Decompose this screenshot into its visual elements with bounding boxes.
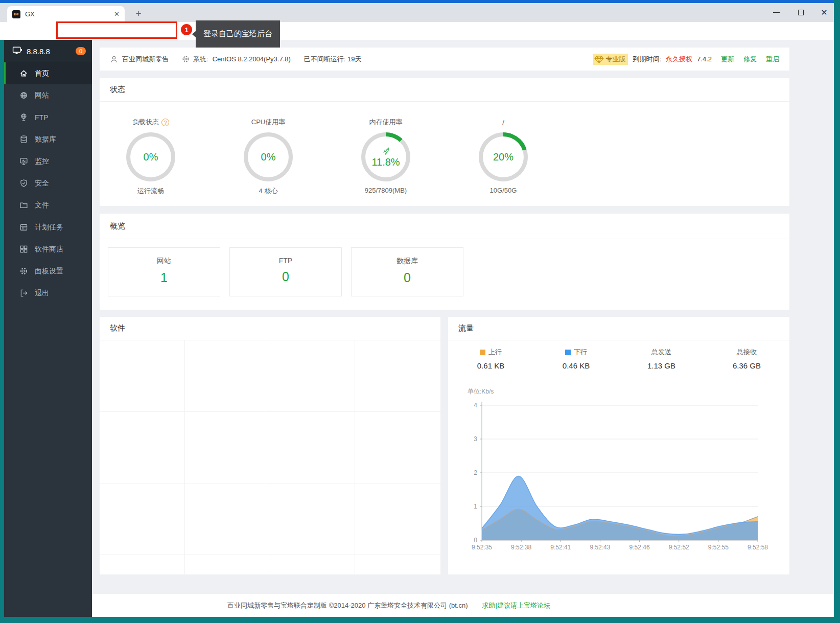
system-value: CentOS 8.2.2004(Py3.7.8) — [213, 55, 291, 63]
user-name[interactable]: 百业同城新零售 — [122, 55, 169, 64]
sidebar-item-home[interactable]: 首页 — [4, 62, 92, 84]
grid-icon — [19, 245, 28, 253]
traffic-stat-label: 总发送 — [651, 348, 671, 357]
tab-favicon: BT — [12, 10, 20, 18]
window-close-button[interactable]: ✕ — [813, 3, 835, 22]
gear-icon — [19, 267, 28, 275]
traffic-stat-label: 上行 — [488, 348, 502, 357]
new-tab-button[interactable]: + — [132, 7, 145, 20]
overview-card-label: 数据库 — [352, 257, 463, 266]
status-gauge: / ? 20% 10G/50G — [452, 117, 554, 196]
traffic-stat-value: 0.46 KB — [533, 361, 619, 370]
overview-card[interactable]: FTP 0 — [229, 247, 342, 296]
help-icon[interactable]: ? — [161, 119, 169, 126]
repair-link[interactable]: 修复 — [743, 55, 757, 64]
sidebar-item-site[interactable]: 网站 — [4, 84, 92, 106]
panel-version: 7.4.2 — [697, 55, 712, 63]
svg-text:9:52:41: 9:52:41 — [550, 544, 571, 551]
svg-text:9:52:43: 9:52:43 — [590, 544, 610, 551]
status-gauge: 内存使用率 ? 11.8% 925/7809(MB) — [335, 117, 437, 196]
sidebar-item-files[interactable]: 文件 — [4, 194, 92, 216]
gauge-value: 20% — [493, 151, 514, 163]
svg-text:3: 3 — [474, 435, 477, 443]
globe-icon — [19, 91, 28, 100]
traffic-panel: 流量 上行 0.61 KB 下行 0.46 KB 总发送 1.13 GB 总接收… — [448, 317, 789, 574]
software-grid — [100, 340, 440, 574]
svg-text:9:52:52: 9:52:52 — [669, 544, 689, 551]
svg-text:9:52:55: 9:52:55 — [708, 544, 729, 551]
software-grid-cell — [355, 412, 440, 483]
overview-card[interactable]: 网站 1 — [108, 247, 220, 296]
sidebar-item-label: 首页 — [35, 69, 49, 78]
edition-badge[interactable]: 专业版 — [593, 54, 628, 65]
overview-panel-title: 概览 — [100, 214, 789, 239]
user-icon — [110, 55, 118, 63]
traffic-stat: 总接收 6.36 GB — [704, 348, 789, 370]
traffic-stat: 下行 0.46 KB — [533, 348, 619, 370]
svg-text:0: 0 — [474, 537, 477, 544]
monitor-icon — [19, 157, 28, 166]
sidebar-item-crontab[interactable]: 计划任务 — [4, 216, 92, 238]
traffic-chart: 012349:52:359:52:389:52:419:52:439:52:46… — [462, 396, 769, 560]
gauge-subtitle: 10G/50G — [452, 187, 554, 194]
database-icon — [19, 135, 28, 144]
status-gauge: 负载状态 ? 0% 运行流畅 — [100, 117, 202, 196]
sidebar-item-logout[interactable]: 退出 — [4, 282, 92, 304]
expire-value[interactable]: 永久授权 — [666, 55, 692, 64]
sidebar-item-database[interactable]: 数据库 — [4, 128, 92, 150]
status-panel: 状态 负载状态 ? 0% 运行流畅 CPU使用率 ? 0% — [100, 78, 789, 206]
rocket-icon — [381, 146, 391, 156]
sidebar-item-security[interactable]: 安全 — [4, 172, 92, 194]
gauge-value: 0% — [261, 151, 276, 163]
message-count-badge[interactable]: 0 — [76, 47, 86, 55]
software-grid-cell — [100, 483, 185, 555]
overview-panel: 概览 网站 1 FTP 0 数据库 0 — [100, 214, 789, 310]
window-minimize-button[interactable] — [765, 3, 787, 22]
gauge-title: / — [502, 119, 504, 126]
tab-close-icon[interactable]: ✕ — [114, 10, 120, 18]
shield-icon — [19, 179, 28, 188]
tab-title: GX — [25, 10, 114, 18]
traffic-stats: 上行 0.61 KB 下行 0.46 KB 总发送 1.13 GB 总接收 6.… — [448, 348, 789, 370]
legend-swatch — [480, 350, 485, 355]
software-grid-cell — [270, 340, 356, 412]
gauge-value: 11.8% — [371, 156, 400, 168]
overview-card-value: 1 — [108, 270, 220, 285]
sidebar-item-ftp[interactable]: FTP — [4, 106, 92, 128]
sidebar-item-label: 数据库 — [35, 135, 56, 144]
software-grid-cell — [100, 340, 185, 412]
sidebar-menu: 首页 网站 FTP 数据库 监控 安全 文件 计划任务 软件商店 面板设置 退出 — [4, 62, 92, 304]
page-footer: 百业同城新零售与宝塔联合定制版 ©2014-2020 广东堡塔安全技术有限公司 … — [92, 594, 834, 617]
overview-card-label: FTP — [230, 257, 341, 265]
svg-text:2: 2 — [474, 469, 477, 476]
software-grid-cell — [270, 483, 356, 555]
main-content: 百业同城新零售 系统: CentOS 8.2.2004(Py3.7.8) 已不间… — [92, 40, 834, 617]
sidebar-item-panel-config[interactable]: 面板设置 — [4, 260, 92, 282]
browser-tab[interactable]: BT GX ✕ — [7, 6, 125, 22]
overview-card[interactable]: 数据库 0 — [351, 247, 463, 296]
frame-left-strip — [0, 40, 4, 617]
software-grid-cell — [100, 555, 185, 574]
restart-link[interactable]: 重启 — [766, 55, 779, 64]
gauge-subtitle: 4 核心 — [217, 187, 319, 196]
overview-cards: 网站 1 FTP 0 数据库 0 — [100, 239, 789, 305]
traffic-stat-label: 下行 — [574, 348, 587, 357]
server-monitor-icon — [12, 46, 22, 57]
update-link[interactable]: 更新 — [721, 55, 734, 64]
sidebar-item-label: 网站 — [35, 91, 49, 100]
gauge-title: 内存使用率 — [369, 118, 403, 127]
software-panel-title: 软件 — [100, 317, 440, 340]
screenshot-root: BT GX ✕ + ✕ 登录自己的宝塔后台 — [0, 0, 840, 623]
gauge-value: 0% — [144, 151, 158, 163]
sidebar-item-label: 文件 — [35, 201, 49, 210]
traffic-stat-value: 1.13 GB — [619, 361, 704, 370]
chart-unit-label: 单位:Kb/s — [468, 387, 789, 396]
sidebar-item-monitor[interactable]: 监控 — [4, 150, 92, 172]
software-grid-cell — [100, 412, 185, 483]
calendar-icon — [19, 223, 28, 232]
svg-text:9:52:46: 9:52:46 — [629, 544, 650, 551]
window-maximize-button[interactable] — [790, 3, 811, 22]
software-grid-cell — [355, 555, 440, 574]
sidebar-item-soft-store[interactable]: 软件商店 — [4, 238, 92, 260]
footer-forum-link[interactable]: 求助|建议请上宝塔论坛 — [482, 601, 550, 610]
